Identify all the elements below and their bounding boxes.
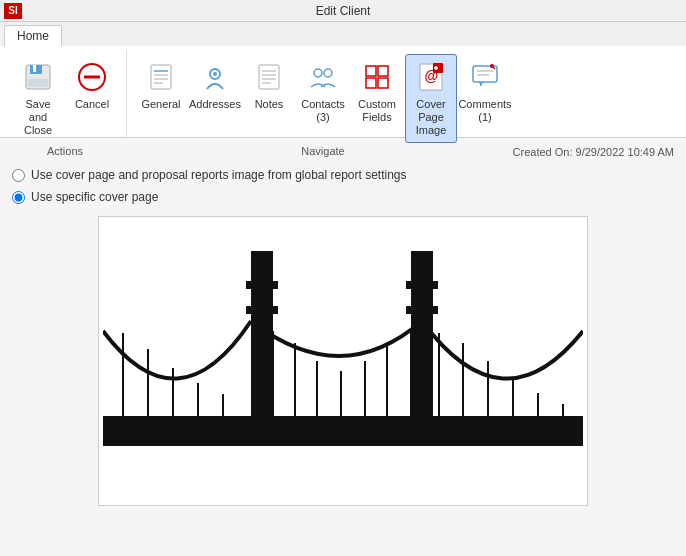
actions-buttons: Save and Close Cancel — [12, 50, 118, 143]
svg-rect-23 — [378, 78, 388, 88]
cancel-label: Cancel — [75, 98, 109, 111]
svg-rect-56 — [246, 281, 278, 289]
custom-fields-icon — [359, 59, 395, 95]
svg-rect-37 — [411, 251, 433, 436]
addresses-icon — [197, 59, 233, 95]
svg-rect-58 — [406, 281, 438, 289]
general-button[interactable]: General — [135, 54, 187, 116]
tab-home[interactable]: Home — [4, 25, 62, 47]
comments-icon — [467, 59, 503, 95]
comments-label: Comments (1) — [458, 98, 511, 124]
svg-rect-21 — [378, 66, 388, 76]
radio-row-global: Use cover page and proposal reports imag… — [12, 168, 674, 182]
svg-rect-36 — [251, 251, 273, 436]
actions-group-label: Actions — [12, 145, 118, 163]
bridge-svg — [103, 221, 583, 501]
general-label: General — [141, 98, 180, 111]
cover-page-icon: @ — [413, 59, 449, 95]
radio-group: Use cover page and proposal reports imag… — [12, 168, 674, 204]
tab-row: Home — [0, 22, 686, 46]
svg-point-19 — [324, 69, 332, 77]
svg-rect-6 — [151, 65, 171, 89]
general-icon — [143, 59, 179, 95]
ribbon: Save and Close Cancel Actions — [0, 46, 686, 138]
addresses-label: Addresses — [189, 98, 241, 111]
svg-rect-60 — [103, 434, 583, 446]
navigate-group-label: Navigate — [135, 145, 511, 163]
custom-fields-label: Custom Fields — [354, 98, 400, 124]
cover-page-button[interactable]: @ Cover Page Image — [405, 54, 457, 143]
addresses-button[interactable]: Addresses — [189, 54, 241, 116]
svg-rect-3 — [28, 79, 48, 87]
radio-specific[interactable] — [12, 191, 25, 204]
notes-label: Notes — [255, 98, 284, 111]
svg-rect-59 — [406, 306, 438, 314]
radio-global[interactable] — [12, 169, 25, 182]
svg-rect-2 — [33, 65, 36, 72]
cover-page-label: Cover Page Image — [408, 98, 454, 138]
contacts-label: Contacts (3) — [300, 98, 346, 124]
radio-specific-label[interactable]: Use specific cover page — [31, 190, 158, 204]
svg-point-34 — [490, 64, 494, 68]
svg-point-18 — [314, 69, 322, 77]
title-bar: SI Edit Client — [0, 0, 686, 22]
ribbon-group-actions: Save and Close Cancel Actions — [4, 50, 127, 137]
radio-row-specific: Use specific cover page — [12, 190, 674, 204]
ribbon-group-navigate: General Addresses — [127, 50, 519, 137]
svg-rect-13 — [259, 65, 279, 89]
svg-rect-20 — [366, 66, 376, 76]
svg-rect-57 — [246, 306, 278, 314]
cover-page-image-area — [98, 216, 588, 506]
save-close-button[interactable]: Save and Close — [12, 54, 64, 143]
cancel-icon — [74, 59, 110, 95]
svg-point-12 — [213, 72, 217, 76]
save-close-label: Save and Close — [15, 98, 61, 138]
contacts-icon — [305, 59, 341, 95]
navigate-buttons: General Addresses — [135, 50, 511, 143]
svg-rect-22 — [366, 78, 376, 88]
notes-icon — [251, 59, 287, 95]
svg-marker-32 — [479, 82, 483, 87]
comments-button[interactable]: Comments (1) — [459, 54, 511, 129]
radio-global-label[interactable]: Use cover page and proposal reports imag… — [31, 168, 407, 182]
content-area: Created On: 9/29/2022 10:49 AM Use cover… — [0, 138, 686, 556]
custom-fields-button[interactable]: Custom Fields — [351, 54, 403, 129]
notes-button[interactable]: Notes — [243, 54, 295, 116]
app-icon: SI — [4, 3, 22, 19]
contacts-button[interactable]: Contacts (3) — [297, 54, 349, 129]
save-icon — [20, 59, 56, 95]
cancel-button[interactable]: Cancel — [66, 54, 118, 116]
window-title: Edit Client — [316, 4, 371, 18]
svg-rect-35 — [103, 416, 583, 434]
